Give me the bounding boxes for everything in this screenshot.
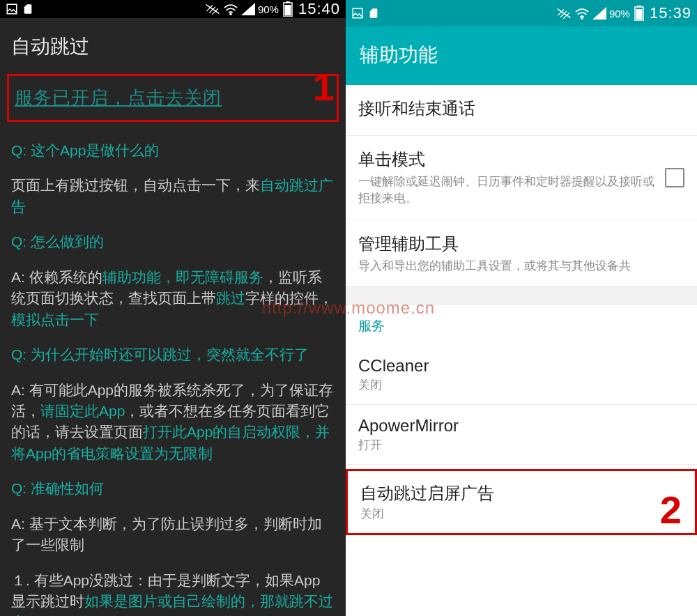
- settings-item-answer-calls[interactable]: 接听和结束通话: [346, 85, 697, 136]
- settings-list: 接听和结束通话 单击模式 一键解除或延迟闹钟、日历事件和定时器提醒以及接听或拒接…: [346, 85, 697, 535]
- sd-card-icon: [22, 3, 33, 15]
- annotation-marker-1: 1: [313, 64, 335, 109]
- signal-icon: [241, 3, 255, 15]
- text: A: 依赖系统的: [11, 269, 102, 285]
- battery-percentage: 90%: [258, 3, 279, 15]
- link-text: 跳过: [216, 290, 245, 306]
- service-toggle-link[interactable]: 服务已开启，点击去关闭: [15, 87, 222, 108]
- clock-time: 15:40: [298, 0, 340, 18]
- service-toggle-highlight: 服务已开启，点击去关闭: [7, 74, 339, 122]
- wifi-icon: [574, 7, 590, 20]
- service-name: ApowerMirror: [358, 416, 684, 436]
- app-title: 自动跳过: [0, 18, 346, 74]
- faq-a4-li1: １. 有些App没跳过：由于是判断文字，如果App显示跳过时如果是图片或自己绘制…: [11, 570, 335, 616]
- settings-item-manage-tools[interactable]: 管理辅助工具 导入和导出您的辅助工具设置，或将其与其他设备共: [346, 220, 697, 287]
- faq-q1: Q: 这个App是做什么的: [11, 140, 335, 161]
- faq-q2: Q: 怎么做到的: [11, 231, 335, 252]
- service-row-autoskip-highlight[interactable]: 自动跳过启屏广告 关闭: [346, 469, 697, 535]
- faq-section: Q: 这个App是做什么的 页面上有跳过按钮，自动点击一下，来自动跳过广告 Q:…: [0, 140, 346, 616]
- link-text: 辅助功能，即无障碍服务: [102, 269, 263, 285]
- service-name: CCleaner: [358, 356, 684, 376]
- battery-icon: [283, 1, 293, 17]
- checkbox[interactable]: [665, 168, 684, 187]
- clock-time: 15:39: [650, 4, 691, 22]
- item-subtitle: 导入和导出您的辅助工具设置，或将其与其他设备共: [358, 258, 684, 275]
- faq-q4: Q: 准确性如何: [11, 478, 335, 499]
- battery-percentage: 90%: [609, 8, 630, 20]
- service-status: 打开: [358, 437, 684, 453]
- faq-a2: A: 依赖系统的辅助功能，即无障碍服务，监听系统页面切换状态，查找页面上带跳过字…: [11, 267, 335, 330]
- section-divider: [346, 286, 697, 305]
- service-name: 自动跳过启屏广告: [360, 482, 682, 505]
- divider: [346, 464, 697, 465]
- annotation-marker-2: 2: [660, 487, 682, 532]
- svg-point-1: [230, 13, 231, 15]
- settings-header: 辅助功能: [346, 26, 697, 85]
- svg-rect-4: [284, 5, 291, 16]
- statusbar-left: 90% 15:40: [0, 0, 346, 18]
- left-phone-screen: 90% 15:40 自动跳过 服务已开启，点击去关闭 1 Q: 这个App是做什…: [0, 0, 346, 616]
- svg-rect-0: [7, 4, 17, 14]
- item-title: 单击模式: [358, 148, 657, 171]
- service-status: 关闭: [358, 377, 684, 393]
- link-text: 模拟点击一下: [11, 311, 99, 328]
- text: 字样的控件，: [245, 290, 333, 306]
- battery-icon: [634, 6, 644, 21]
- mute-icon: [556, 7, 572, 20]
- service-status: 关闭: [360, 506, 682, 522]
- faq-q3: Q: 为什么开始时还可以跳过，突然就全不行了: [11, 344, 335, 365]
- image-icon: [351, 7, 364, 20]
- signal-icon: [592, 7, 606, 20]
- sd-card-icon: [368, 7, 379, 20]
- section-label-services: 服务: [346, 305, 697, 345]
- image-icon: [6, 3, 18, 15]
- service-row-ccleaner[interactable]: CCleaner 关闭: [346, 345, 697, 404]
- link-text: 请固定此App: [40, 403, 125, 419]
- settings-item-single-tap[interactable]: 单击模式 一键解除或延迟闹钟、日历事件和定时器提醒以及接听或拒接来电。: [346, 136, 697, 220]
- item-subtitle: 一键解除或延迟闹钟、日历事件和定时器提醒以及接听或拒接来电。: [358, 174, 657, 207]
- svg-rect-5: [353, 8, 362, 18]
- faq-a4: A: 基于文本判断，为了防止误判过多，判断时加了一些限制: [11, 514, 335, 556]
- mute-icon: [205, 3, 220, 15]
- svg-rect-9: [636, 9, 642, 20]
- item-title: 管理辅助工具: [358, 233, 684, 255]
- text: 页面上有跳过按钮，自动点击一下，来: [11, 177, 260, 193]
- wifi-icon: [223, 3, 238, 15]
- faq-a1: 页面上有跳过按钮，自动点击一下，来自动跳过广告: [11, 175, 335, 217]
- faq-a3: A: 有可能此App的服务被系统杀死了，为了保证存活，请固定此App，或者不想在…: [11, 380, 335, 465]
- statusbar-right: 90% 15:39: [346, 0, 697, 26]
- right-phone-screen: 90% 15:39 辅助功能 接听和结束通话 单击模式 一键解除或延迟闹钟、日历…: [346, 0, 697, 616]
- svg-point-6: [581, 17, 583, 19]
- item-title: 接听和结束通话: [358, 98, 684, 120]
- service-row-apowermirror[interactable]: ApowerMirror 打开: [346, 405, 697, 464]
